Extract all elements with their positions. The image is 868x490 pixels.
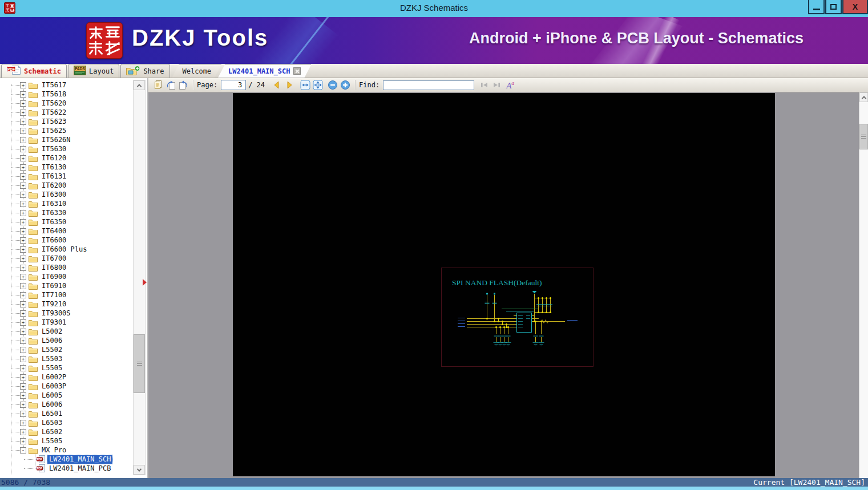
expand-toggle-icon[interactable]: + [20,402,26,408]
tree-item-label[interactable]: L5002 [40,327,64,336]
tree-row[interactable]: + L6502 [0,427,132,436]
expand-toggle-icon[interactable]: + [20,119,26,125]
expand-toggle-icon[interactable]: + [20,219,26,225]
tree-item-label[interactable]: L5503 [40,355,64,363]
tree-item-label[interactable]: IT6200 [40,181,68,190]
tree-item-label[interactable]: IT6310 [40,200,68,208]
tree-row[interactable]: + L6501 [0,409,132,418]
close-button[interactable]: X [842,0,868,14]
tree-row[interactable]: + IT6910 [0,281,132,290]
tree-row[interactable]: + IT6120 [0,153,132,163]
tree-item-label[interactable]: IT6350 [40,218,68,226]
tab-share[interactable]: Share [120,64,169,78]
rotate-right-button[interactable] [177,79,189,91]
tree-row[interactable]: + IT6600 [0,236,132,245]
expand-toggle-icon[interactable]: + [20,82,26,88]
tree-row[interactable]: + L6002P [0,372,132,382]
tab-schematic[interactable]: PDF Schematic [1,64,67,78]
scroll-down-button[interactable] [134,465,145,475]
tree-row[interactable]: + IT5622 [0,108,132,117]
viewer-scrollbar[interactable] [859,92,868,478]
minimize-button[interactable] [808,0,825,14]
tree-item-label[interactable]: IT6131 [40,172,68,181]
expand-toggle-icon[interactable]: + [20,146,26,152]
tree-item-label[interactable]: IT9300S [40,309,72,318]
tree-row[interactable]: + IT6130 [0,163,132,172]
expand-toggle-icon[interactable]: + [20,91,26,98]
tree-item-label[interactable]: L6501 [40,410,64,418]
copy-page-button[interactable] [152,79,164,91]
expand-toggle-icon[interactable]: + [20,383,26,390]
tree-row[interactable]: + IT6300 [0,190,132,199]
expand-toggle-icon[interactable]: + [20,301,26,307]
find-next-button[interactable] [490,79,503,91]
tree-row[interactable]: + IT5623 [0,117,132,126]
expand-toggle-icon[interactable]: + [20,411,26,417]
tree-row[interactable]: + L5505 [0,436,132,446]
expand-toggle-icon[interactable]: + [20,155,26,161]
tree-item-label[interactable]: LW2401_MAIN_SCH [47,455,112,464]
tree-row[interactable]: + IT6310 [0,199,132,208]
expand-toggle-icon[interactable]: + [20,256,26,262]
tree-row[interactable]: + IT7100 [0,290,132,299]
expand-toggle-icon[interactable]: + [20,164,26,171]
expand-toggle-icon[interactable]: + [20,374,26,380]
tree-item-label[interactable]: IT7100 [40,291,68,299]
tree-row[interactable]: + IT6400 [0,226,132,236]
expand-toggle-icon[interactable]: + [20,347,26,353]
expand-toggle-icon[interactable]: + [20,173,26,180]
fit-page-button[interactable] [312,79,324,91]
tree-item-label[interactable]: L5505 [40,437,64,446]
tree-item-label[interactable]: IT6900 [40,273,68,281]
fit-width-button[interactable] [299,79,312,91]
prev-page-button[interactable] [271,79,283,91]
tree-item-label[interactable]: IT5626N [40,136,72,144]
tree-row[interactable]: + IT6200 [0,181,132,190]
tree-item-label[interactable]: MX Pro [40,446,68,455]
expand-toggle-icon[interactable]: + [20,192,26,198]
expand-toggle-icon[interactable]: + [20,310,26,317]
expand-toggle-icon[interactable]: + [20,128,26,134]
scroll-up-button[interactable] [134,80,145,90]
tree-item-label[interactable]: L5502 [40,346,64,354]
tree-row[interactable]: + L5002 [0,327,132,336]
expand-toggle-icon[interactable]: + [20,201,26,207]
tree-row[interactable]: + L6503 [0,418,132,427]
tree-row[interactable]: + L5006 [0,336,132,345]
expand-toggle-icon[interactable]: + [20,420,26,426]
tree-item-label[interactable]: IT5623 [40,118,68,126]
tree-row[interactable]: + L5502 [0,345,132,354]
tree-row[interactable]: + L5503 [0,354,132,363]
tree-item-label[interactable]: IT6330 [40,209,68,217]
tree-scrollbar[interactable] [133,80,146,475]
tree-row[interactable]: + IT9301 [0,318,132,327]
tree-item-label[interactable]: IT6120 [40,154,68,163]
tree-row[interactable]: + IT5625 [0,126,132,135]
expand-toggle-icon[interactable]: + [20,110,26,116]
expand-toggle-icon[interactable]: + [20,319,26,326]
tree-item-label[interactable]: IT6700 [40,254,68,263]
tree-row[interactable]: PDF LW2401_MAIN_PCB [0,464,132,473]
expand-toggle-icon[interactable]: + [20,183,26,189]
tree-item-label[interactable]: IT5622 [40,108,68,117]
zoom-in-button[interactable] [339,79,352,91]
expand-toggle-icon[interactable]: + [20,392,26,399]
tree-item-label[interactable]: L6005 [40,391,64,400]
tree-item-label[interactable]: IT6400 [40,227,68,236]
expand-toggle-icon[interactable]: + [20,210,26,216]
tree-row[interactable]: + IT5618 [0,90,132,99]
tree-row[interactable]: + IT6700 [0,254,132,263]
expand-toggle-icon[interactable]: - [20,447,26,453]
find-input[interactable] [383,80,474,90]
tree-row[interactable]: + L5505 [0,363,132,372]
expand-toggle-icon[interactable]: + [20,292,26,298]
tree-row[interactable]: + IT9210 [0,299,132,309]
scrollbar-thumb[interactable] [134,334,145,393]
tree-row[interactable]: + L6003P [0,382,132,391]
expand-toggle-icon[interactable]: + [20,365,26,371]
tree-item-label[interactable]: IT5617 [40,81,68,90]
next-page-button[interactable] [283,79,296,91]
tree-row[interactable]: + L6005 [0,391,132,400]
match-case-button[interactable]: Aa [506,79,514,91]
tree-row[interactable]: + IT5630 [0,144,132,153]
